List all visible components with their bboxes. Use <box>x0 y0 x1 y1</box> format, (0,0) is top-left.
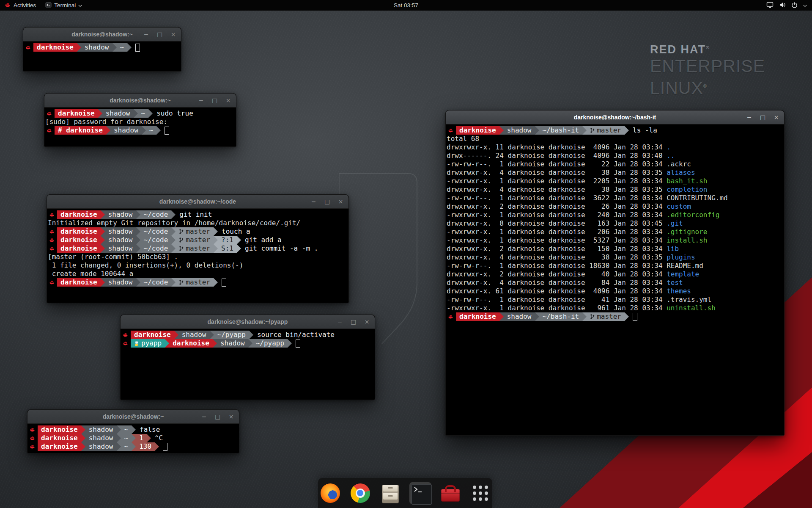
close-button[interactable]: × <box>773 114 779 120</box>
close-button[interactable]: × <box>337 199 344 204</box>
terminal-cursor <box>296 340 300 348</box>
window-titlebar[interactable]: darknoise@shadow:~/bash-it − □ × <box>446 110 784 124</box>
terminal-content[interactable]: darknoiseshadow~/codegit initInitialized… <box>47 209 348 288</box>
window-titlebar[interactable]: darknoise@shadow:~ − □ × <box>27 410 239 424</box>
terminal-window-bash-it[interactable]: darknoise@shadow:~/bash-it − □ × darknoi… <box>445 110 785 436</box>
redhat-prompt-icon <box>45 109 55 118</box>
prompt-segment-user: darknoise <box>55 109 98 118</box>
prompt-segment-host: shadow <box>81 43 112 52</box>
terminal-content[interactable]: darknoiseshadow~ <box>23 41 181 53</box>
maximize-button[interactable]: □ <box>760 114 766 120</box>
powerline-arrow <box>101 278 105 287</box>
maximize-button[interactable]: □ <box>350 319 357 325</box>
output-line: create mode 100644 a <box>48 270 348 278</box>
output-text: lib <box>667 245 679 253</box>
command-text: git commit -a -m . <box>241 244 318 253</box>
terminal-window-home-1[interactable]: darknoise@shadow:~ − □ × darknoiseshadow… <box>23 27 181 72</box>
powerline-arrow <box>582 126 587 135</box>
output-line: drwxrwxr-x. 8 darknoise darknoise 163 Ja… <box>447 219 783 228</box>
terminal-content[interactable]: darknoiseshadow~/bash-itmasterls -latota… <box>446 124 784 323</box>
output-text: -rw-rw-r--. 1 darknoise darknoise 41 Jan… <box>447 295 667 304</box>
redhat-prompt-icon <box>48 278 57 287</box>
terminal-window-home-2[interactable]: darknoise@shadow:~ − □ × darknoiseshadow… <box>27 409 239 453</box>
output-text: drwx------. 24 darknoise darknoise 4096 … <box>447 152 667 160</box>
dock-firefox[interactable] <box>319 482 341 504</box>
minimize-button[interactable]: − <box>201 414 207 420</box>
prompt-segment-host: shadow <box>217 339 248 348</box>
prompt-line: darknoiseshadow~/pyappsource bin/activat… <box>121 331 374 339</box>
output-line: Initialized empty Git repository in /hom… <box>48 219 348 227</box>
terminal-content[interactable]: darknoiseshadow~sudo true[sudo] password… <box>44 108 236 136</box>
top-bar: Activities Terminal Sat 03:57 <box>0 0 812 11</box>
powerline-arrow <box>136 236 140 244</box>
dock-files[interactable] <box>379 482 401 504</box>
terminal-window-code[interactable]: darknoise@shadow:~/code − □ × darknoises… <box>47 194 349 303</box>
command-text: ^C <box>151 434 163 442</box>
output-line: drwxrwxr-x. 2 darknoise darknoise 40 Jan… <box>447 270 783 279</box>
powerline-arrow <box>101 236 105 244</box>
maximize-button[interactable]: □ <box>214 414 221 420</box>
minimize-button[interactable]: − <box>198 97 204 103</box>
prompt-line: darknoiseshadow~1^C <box>28 434 238 442</box>
output-text: .. <box>667 152 675 160</box>
output-line: [sudo] password for darknoise: <box>45 118 235 126</box>
close-button[interactable]: × <box>364 319 370 325</box>
dock-toolbox[interactable] <box>439 482 461 504</box>
window-titlebar[interactable]: darknoise@shadow:~ − □ × <box>44 94 236 108</box>
output-line: -rwxrwxr-x. 1 darknoise darknoise 240 Ja… <box>447 211 783 219</box>
status-area[interactable] <box>761 0 812 11</box>
prompt-segment-host: shadow <box>85 442 117 451</box>
terminal-content[interactable]: darknoiseshadow~falsedarknoiseshadow~1^C… <box>27 424 239 453</box>
prompt-segment-gitst: ?:1 <box>218 236 237 244</box>
minimize-button[interactable]: − <box>310 199 317 204</box>
close-button[interactable]: × <box>228 414 234 420</box>
dock-terminal[interactable] <box>409 482 431 504</box>
prompt-line: darknoiseshadow~/codemaster?:1git add a <box>48 236 348 244</box>
activities-button[interactable]: Activities <box>0 0 41 11</box>
powerline-arrow <box>165 339 169 348</box>
prompt-line: darknoiseshadow~/bash-itmaster <box>447 312 783 321</box>
close-button[interactable]: × <box>225 97 231 103</box>
powerline-arrow <box>535 312 539 321</box>
minimize-button[interactable]: − <box>746 114 752 120</box>
window-title: darknoise@shadow:~/bash-it <box>574 114 656 121</box>
command-text: source bin/activate <box>253 331 335 339</box>
prompt-segment-path: ~ <box>121 434 132 442</box>
prompt-line: darknoiseshadow~/codemasterS:1git commit… <box>48 244 348 253</box>
clock-label[interactable]: Sat 03:57 <box>394 2 418 8</box>
terminal-window-pyapp[interactable]: darknoise@shadow:~/pyapp − □ × darknoise… <box>120 315 375 400</box>
output-text: drwxrwxr-x. 2 darknoise darknoise 26 Jan… <box>447 202 667 211</box>
output-text: Initialized empty Git repository in /hom… <box>48 219 300 227</box>
prompt-segment-user: darknoise <box>38 425 81 434</box>
window-titlebar[interactable]: darknoise@shadow:~/pyapp − □ × <box>121 315 375 329</box>
prompt-segment-git: master <box>176 244 214 253</box>
terminal-icon <box>411 483 430 503</box>
window-titlebar[interactable]: darknoise@shadow:~ − □ × <box>23 28 181 41</box>
close-button[interactable]: × <box>170 31 176 37</box>
powerline-arrow <box>625 312 629 321</box>
rhel-wordmark: RED HAT® ENTERPRISE LINUX® <box>650 43 765 98</box>
output-line: -rwxrwxr-x. 1 darknoise darknoise 206 Ja… <box>447 228 783 236</box>
terminal-content[interactable]: darknoiseshadow~/pyappsource bin/activat… <box>121 329 375 349</box>
powerline-arrow <box>117 434 121 442</box>
dock-app-grid[interactable] <box>469 482 491 504</box>
powerline-arrow <box>136 210 140 219</box>
output-text: drwxrwxr-x. 2 darknoise darknoise 40 Jan… <box>447 270 667 279</box>
dock-chrome[interactable] <box>349 482 371 504</box>
redhat-prompt-icon <box>28 434 38 442</box>
powerline-arrow <box>81 442 85 451</box>
window-titlebar[interactable]: darknoise@shadow:~/code − □ × <box>47 195 348 209</box>
app-menu-terminal[interactable]: Terminal <box>41 0 87 11</box>
maximize-button[interactable]: □ <box>324 199 330 204</box>
app-grid-icon <box>471 483 490 503</box>
terminal-window-sudo[interactable]: darknoise@shadow:~ − □ × darknoiseshadow… <box>44 93 236 147</box>
minimize-button[interactable]: − <box>143 31 149 37</box>
minimize-button[interactable]: − <box>337 319 343 325</box>
powerline-arrow <box>174 331 178 339</box>
prompt-segment-host: shadow <box>105 210 136 219</box>
powerline-arrow <box>156 126 161 135</box>
redhat-prompt-icon <box>121 339 131 348</box>
maximize-button[interactable]: □ <box>156 31 163 37</box>
maximize-button[interactable]: □ <box>211 97 218 103</box>
prompt-segment-user: darknoise <box>131 331 174 339</box>
